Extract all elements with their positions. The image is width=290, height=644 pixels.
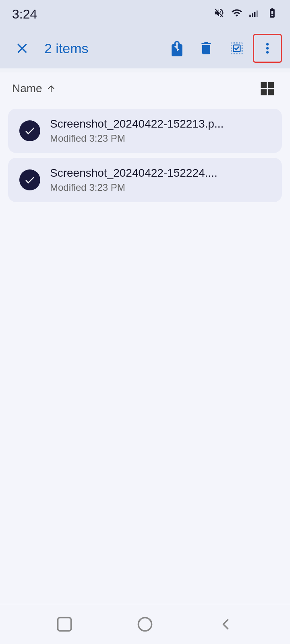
file-checkbox-1[interactable] [19,120,40,141]
move-button[interactable] [161,34,190,63]
square-icon [56,615,73,633]
status-bar: 3:24 [0,0,290,28]
home-button[interactable] [131,610,159,638]
svg-rect-2 [254,12,256,17]
file-name-1: Screenshot_20240422-152213.p... [50,118,224,130]
svg-rect-1 [252,13,253,17]
selection-count: 2 items [36,41,161,56]
file-item-2[interactable]: Screenshot_20240422-152224.... Modified … [8,158,282,202]
svg-rect-3 [257,10,258,17]
back-icon [217,615,234,633]
sort-arrow-icon [46,84,56,93]
file-name-2: Screenshot_20240422-152224.... [50,167,218,180]
circle-icon [136,615,154,633]
status-icons [213,7,278,21]
file-info-1: Screenshot_20240422-152213.p... Modified… [50,118,224,144]
wifi-icon [231,7,242,21]
close-button[interactable] [8,34,36,62]
signal-icon [249,7,260,21]
file-list: Screenshot_20240422-152213.p... Modified… [0,105,290,206]
grid-view-button[interactable] [257,78,278,99]
file-item-1[interactable]: Screenshot_20240422-152213.p... Modified… [8,109,282,153]
checkmark-icon-2 [24,174,36,186]
mute-icon [213,7,225,21]
select-all-button[interactable] [222,34,251,63]
svg-point-6 [139,617,152,631]
recent-button[interactable] [50,610,79,638]
battery-icon [267,7,278,21]
file-info-2: Screenshot_20240422-152224.... Modified … [50,167,218,193]
svg-rect-5 [58,617,71,631]
toolbar: 2 items [0,28,290,68]
back-button[interactable] [211,610,240,638]
file-checkbox-2[interactable] [19,169,40,190]
file-modified-1: Modified 3:23 PM [50,133,224,144]
sort-controls[interactable]: Name [12,82,56,95]
main-content: Name Screenshot_20240422-152213.p... Mod… [0,72,290,608]
delete-button[interactable] [192,34,221,63]
sort-label-text: Name [12,82,42,95]
toolbar-actions [161,34,282,63]
file-modified-2: Modified 3:23 PM [50,182,218,193]
svg-rect-0 [249,14,251,17]
more-options-button[interactable] [253,34,282,63]
status-time: 3:24 [12,7,37,22]
bottom-nav [0,604,290,644]
sort-bar: Name [0,72,290,105]
checkmark-icon-1 [24,125,36,137]
grid-icon [259,80,276,97]
